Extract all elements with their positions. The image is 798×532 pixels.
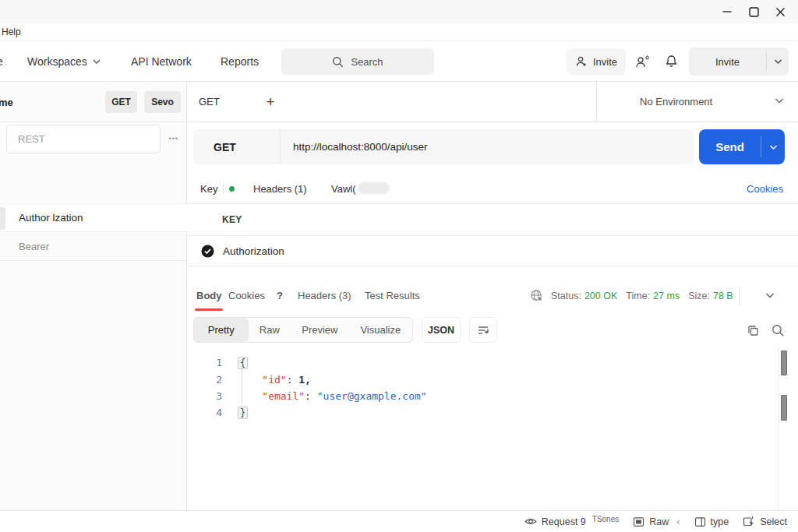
tab-key[interactable]: Key [200, 174, 217, 203]
eye-icon [524, 516, 537, 527]
environment-label: No Environment [640, 82, 712, 122]
window-controls [714, 0, 793, 23]
tab-get-request[interactable]: GET [199, 82, 220, 122]
code-line: 2 "id": 1, [187, 372, 427, 388]
plus-icon: + [266, 93, 274, 111]
tab-body[interactable]: Body [196, 280, 222, 311]
code-text: "id": 1, [238, 372, 311, 388]
nav-api-network[interactable]: API Network [131, 41, 192, 81]
code-line: 4} [187, 404, 427, 421]
copy-button[interactable] [743, 319, 763, 341]
environment-selector[interactable]: No Environment [596, 82, 798, 122]
request-history-label: Request 9 [542, 516, 586, 527]
nav-workspaces[interactable]: Workspaces [27, 41, 101, 81]
cookies-link[interactable]: Cookies [747, 174, 783, 203]
raw-toggle-button[interactable]: Raw ‹ [633, 516, 680, 527]
status-label: Status: [551, 291, 581, 301]
request-history-button[interactable]: Request 9 TSones [524, 516, 619, 527]
sidebar-item-label: Author lzation [19, 212, 83, 224]
select-cursor-icon [743, 516, 755, 527]
scrollbar-thumb[interactable] [781, 395, 787, 421]
size-pair: Size: 78 B [688, 291, 733, 301]
tab-headers[interactable]: Headers (1) [253, 174, 307, 203]
params-header-row: KEY [187, 204, 798, 236]
view-raw-button[interactable]: Raw [249, 318, 291, 342]
sidebar-header: me GET Sevo [0, 82, 187, 122]
close-button[interactable] [767, 0, 793, 23]
sidebar-get-chip[interactable]: GET [105, 91, 137, 113]
close-icon [775, 7, 786, 17]
time-pair: Time: 27 ms [626, 291, 680, 301]
view-visualize-button[interactable]: Visualize [349, 318, 412, 342]
method-label: GET [214, 141, 236, 153]
sidebar-title-partial: me [0, 82, 13, 122]
rest-input[interactable]: REST [6, 125, 161, 153]
status-pair: Status: 200 OK [551, 291, 617, 301]
select-tool-button[interactable]: Select [743, 516, 787, 527]
more-options-button[interactable]: ••• [162, 129, 185, 148]
nav-home-partial[interactable]: e [0, 41, 3, 81]
tab-response-headers[interactable]: Headers (3) [298, 280, 351, 311]
invite-button[interactable]: Invite [567, 48, 626, 75]
scrollbar-thumb[interactable] [781, 351, 787, 375]
active-indicator [0, 207, 5, 230]
response-meta: Status: 200 OK Time: 27 ms Size: 78 B [551, 280, 733, 311]
tab-divider [223, 183, 224, 194]
method-selector[interactable]: GET [193, 129, 281, 164]
chevron-down-icon [775, 97, 784, 104]
code-lines[interactable]: 1{2 "id": 1,3 "email": "user@gxample.com… [187, 354, 427, 421]
panel-layout-icon [694, 516, 706, 527]
line-number: 4 [187, 404, 222, 421]
chevron-down-icon [769, 144, 778, 150]
tab-vawl[interactable]: Vawl( [331, 174, 356, 203]
invite-split-button: Invite [689, 48, 789, 76]
code-text: } [238, 404, 248, 421]
format-select-button[interactable]: JSON [422, 317, 461, 343]
view-preview-button[interactable]: Preview [291, 318, 348, 342]
maximize-icon [749, 7, 759, 17]
scrollbar [778, 345, 789, 510]
menu-help[interactable]: Help [2, 26, 21, 37]
menubar: Help [0, 23, 798, 41]
status-value: 200 OK [584, 291, 617, 301]
person-add-icon [575, 55, 588, 68]
sidebar-item-authorization[interactable]: Author lzation [0, 203, 187, 232]
params-row-authorization[interactable]: Authorization [187, 236, 798, 266]
active-tab-underline [195, 308, 223, 311]
line-number: 2 [187, 372, 222, 388]
tab-test-results[interactable]: Test Results [365, 280, 420, 311]
user-settings-button[interactable] [633, 52, 653, 71]
add-tab-button[interactable]: + [261, 82, 280, 122]
tab-response-cookies[interactable]: Cookies [228, 280, 265, 311]
sidebar-save-chip[interactable]: Sevo [144, 91, 181, 113]
send-options-chevron[interactable] [761, 129, 785, 164]
search-response-button[interactable] [768, 319, 788, 341]
wrap-lines-button[interactable] [469, 317, 497, 343]
search-placeholder: Search [351, 56, 383, 68]
search-icon [332, 56, 344, 68]
invite-split-chevron[interactable] [767, 48, 789, 76]
request-subtabs: Key Headers (1) Vawl( Cookies [187, 174, 798, 204]
notifications-button[interactable] [661, 52, 681, 71]
type-panel-button[interactable]: type [694, 516, 729, 527]
minimize-icon [722, 7, 732, 16]
nav-reports[interactable]: Reports [221, 41, 259, 81]
maximize-button[interactable] [740, 0, 767, 23]
raw-label: Raw [649, 516, 669, 527]
type-label: type [711, 516, 729, 527]
check-circle-icon[interactable] [201, 245, 214, 258]
chevron-down-icon [765, 292, 775, 299]
window-titlebar [0, 0, 798, 23]
sidebar: me GET Sevo REST ••• Author lzation Bear… [0, 82, 187, 510]
search-input[interactable]: Search [281, 48, 434, 75]
send-button[interactable]: Send [699, 129, 761, 164]
help-question-mark[interactable]: ? [277, 280, 283, 311]
collapse-response-button[interactable] [756, 280, 784, 311]
sidebar-item-bearer[interactable]: Bearer [0, 232, 187, 261]
code-text: "email": "user@gxample.com" [238, 388, 427, 404]
divider [739, 287, 740, 305]
minimize-button[interactable] [714, 0, 740, 23]
view-pretty-button[interactable]: Pretty [194, 318, 249, 342]
invite-split-label[interactable]: Invite [689, 48, 766, 76]
url-input[interactable]: http://localhost:8000/api/user [281, 129, 694, 164]
